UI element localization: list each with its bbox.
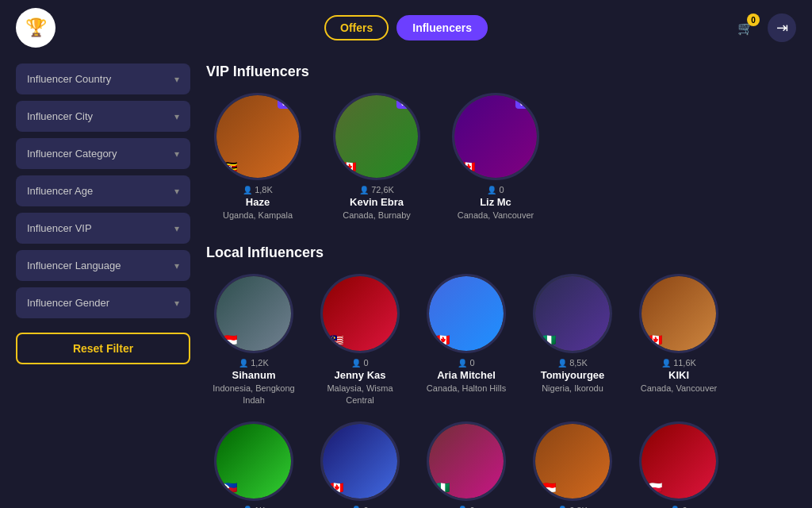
- logo[interactable]: 🏆: [16, 8, 56, 48]
- people-icon: 👤: [351, 359, 361, 368]
- influencer-card[interactable]: 🇨🇦👤0Aria MitchelCanada, Halton Hills: [419, 274, 514, 406]
- influencer-name: Liz Mc: [480, 196, 511, 208]
- chevron-down-icon: ▾: [174, 111, 179, 122]
- influencer-name: Sihanum: [232, 369, 276, 381]
- filter-country-label: Influencer Country: [27, 73, 111, 85]
- influencer-card[interactable]: 🇵🇱👤0Olivia SmithPoland, 01-208 Warszawa: [631, 421, 726, 508]
- filter-age[interactable]: Influencer Age ▾: [16, 175, 190, 206]
- follower-count: 👤0: [351, 358, 368, 368]
- filter-vip[interactable]: Influencer VIP ▾: [16, 213, 190, 244]
- influencer-card[interactable]: 🇲🇾👤0Jenny KasMalaysia, Wisma Central: [312, 274, 408, 406]
- filter-language[interactable]: Influencer Language ▾: [16, 250, 190, 281]
- chevron-down-icon: ▾: [174, 260, 179, 271]
- tab-offers[interactable]: Offers: [324, 15, 389, 40]
- sidebar: Influencer Country ▾ Influencer City ▾ I…: [16, 64, 190, 508]
- flag-icon: 🇵🇱: [646, 481, 664, 494]
- influencer-card[interactable]: 🇨🇦👤11,6KKIKICanada, Vancouver: [631, 274, 726, 406]
- filter-city[interactable]: Influencer City ▾: [16, 101, 190, 132]
- avatar: 🇵🇭: [214, 421, 293, 501]
- header-icons: 🛒 0 ⇥: [731, 13, 796, 42]
- influencer-card[interactable]: 🇳🇬👤8,5KTomiyourgeeNigeria, Ikorodu: [525, 274, 620, 406]
- influencer-location: Canada, Burnaby: [343, 210, 411, 221]
- influencer-card[interactable]: 🇳🇬👤00kwaspecialNigeria, 220101: [419, 421, 514, 508]
- user-icon-button[interactable]: ⇥: [768, 13, 796, 42]
- avatar: 🇳🇬: [533, 274, 612, 353]
- local-row-2: 🇵🇭👤1KDanniPhilippines, Davao del Sur🇨🇦👤0…: [206, 421, 796, 508]
- vip-section: VIP Influencers VIP🇺🇬👤1,8KHazeUganda, Ka…: [206, 64, 796, 221]
- follower-count: 👤1,8K: [243, 185, 273, 194]
- influencer-location: Indonesia, Bengkong Indah: [206, 383, 301, 406]
- follower-count: 👤8,5K: [557, 358, 588, 368]
- cart-button[interactable]: 🛒 0: [731, 13, 760, 42]
- reset-filter-button[interactable]: Reset Filter: [16, 333, 190, 364]
- avatar: 🇵🇱: [639, 421, 718, 501]
- influencer-location: Canada, Vancouver: [458, 210, 534, 221]
- local-section-title: Local Influencers: [206, 244, 796, 261]
- tab-influencers[interactable]: Influencers: [396, 15, 488, 40]
- nav-tabs: Offers Influencers: [324, 15, 488, 40]
- people-icon: 👤: [239, 359, 248, 368]
- influencer-card[interactable]: 🇮🇩👤1,2KSihanumIndonesia, Bengkong Indah: [206, 274, 301, 406]
- flag-icon: 🇨🇦: [327, 481, 345, 494]
- filter-language-label: Influencer Language: [27, 260, 121, 271]
- flag-icon: 🇮🇩: [540, 481, 557, 494]
- influencer-card[interactable]: 🇮🇩👤2,8KMhmdrfiihsnaIndonesia, West Java: [525, 421, 620, 508]
- user-icon: ⇥: [776, 19, 788, 37]
- content-area: VIP Influencers VIP🇺🇬👤1,8KHazeUganda, Ka…: [206, 64, 796, 508]
- influencer-location: Malaysia, Wisma Central: [312, 383, 408, 406]
- influencer-name: Tomiyourgee: [541, 369, 605, 381]
- header: 🏆 Offers Influencers 🛒 0 ⇥: [0, 0, 812, 56]
- filter-gender[interactable]: Influencer Gender ▾: [16, 287, 190, 318]
- influencer-location: Nigeria, Ikorodu: [542, 383, 603, 394]
- chevron-down-icon: ▾: [174, 148, 179, 160]
- local-row-1: 🇮🇩👤1,2KSihanumIndonesia, Bengkong Indah🇲…: [206, 274, 796, 406]
- flag-icon: 🇨🇦: [340, 160, 358, 173]
- influencer-name: KIKI: [668, 369, 689, 381]
- logo-icon: 🏆: [25, 17, 47, 38]
- influencer-name: Kevin Ebra: [350, 196, 404, 208]
- people-icon: 👤: [661, 359, 671, 368]
- flag-icon: 🇨🇦: [434, 333, 451, 346]
- vip-badge: VIP: [396, 98, 415, 109]
- local-section: Local Influencers 🇮🇩👤1,2KSihanumIndonesi…: [206, 244, 796, 508]
- avatar: 🇨🇦: [320, 421, 400, 501]
- cart-badge: 0: [747, 13, 760, 26]
- follower-count: 👤11,6K: [661, 358, 696, 368]
- influencer-card[interactable]: VIP🇺🇬👤1,8KHazeUganda, Kampala: [206, 93, 309, 221]
- avatar: 🇨🇦: [427, 274, 506, 353]
- influencer-name: Aria Mitchel: [437, 369, 496, 381]
- vip-section-title: VIP Influencers: [206, 64, 796, 80]
- follower-count: 👤72,6K: [359, 185, 394, 194]
- influencer-card[interactable]: VIP🇨🇦👤0Liz McCanada, Vancouver: [444, 93, 547, 221]
- avatar: 🇮🇩: [533, 421, 612, 501]
- filter-country[interactable]: Influencer Country ▾: [16, 64, 190, 94]
- chevron-down-icon: ▾: [174, 298, 179, 309]
- avatar: VIP🇺🇬: [214, 93, 301, 180]
- filter-age-label: Influencer Age: [27, 185, 93, 197]
- chevron-down-icon: ▾: [174, 223, 179, 234]
- vip-badge: VIP: [278, 98, 296, 109]
- influencer-name: Jenny Kas: [334, 369, 385, 381]
- influencer-location: Canada, Vancouver: [641, 383, 717, 394]
- vip-influencers-row: VIP🇺🇬👤1,8KHazeUganda, KampalaVIP🇨🇦👤72,6K…: [206, 93, 796, 221]
- follower-count: 👤1,2K: [239, 358, 269, 368]
- chevron-down-icon: ▾: [174, 186, 179, 197]
- influencer-card[interactable]: VIP🇨🇦👤72,6KKevin EbraCanada, Burnaby: [325, 93, 428, 221]
- main-layout: Influencer Country ▾ Influencer City ▾ I…: [0, 56, 812, 508]
- follower-count: 👤0: [458, 358, 474, 368]
- filter-vip-label: Influencer VIP: [27, 222, 92, 234]
- influencer-card[interactable]: 🇵🇭👤1KDanniPhilippines, Davao del Sur: [206, 421, 301, 508]
- people-icon: 👤: [458, 359, 467, 368]
- influencer-location: Canada, Halton Hills: [427, 383, 506, 394]
- filter-city-label: Influencer City: [27, 110, 93, 122]
- flag-icon: 🇵🇭: [221, 481, 239, 494]
- filter-gender-label: Influencer Gender: [27, 297, 109, 309]
- chevron-down-icon: ▾: [174, 74, 179, 85]
- people-icon: 👤: [359, 186, 369, 194]
- avatar: VIP🇨🇦: [452, 93, 539, 180]
- vip-badge: VIP: [515, 98, 534, 109]
- flag-icon: 🇳🇬: [540, 333, 557, 346]
- filter-category[interactable]: Influencer Category ▾: [16, 138, 190, 169]
- influencer-card[interactable]: 🇨🇦👤0Catherine TeCanada, Keremeos: [312, 421, 408, 508]
- avatar: 🇮🇩: [214, 274, 293, 353]
